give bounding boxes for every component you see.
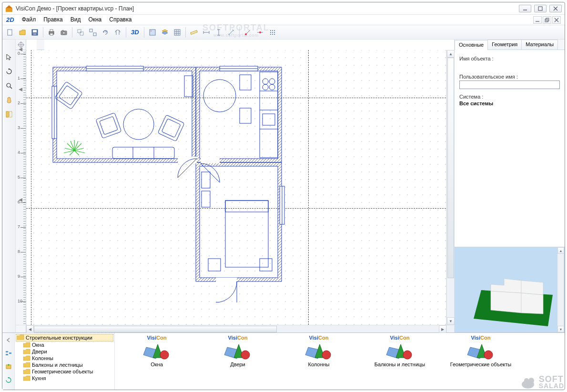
svg-rect-125 [260,259,272,271]
catalog-item[interactable]: VisiConБалконы и лестницы [362,335,438,388]
catalog-item-label: Балконы и лестницы [375,362,425,367]
svg-rect-21 [62,30,64,31]
tab-materials[interactable]: Материалы [521,40,558,50]
titlebar: VisiCon Демо - [Проект квартиры.vcp - Пл… [2,2,565,15]
measure-button[interactable] [188,27,200,38]
tree-item[interactable]: Окна [16,342,113,348]
view-layers-button[interactable] [159,27,171,38]
mirror-tool[interactable] [4,109,14,120]
svg-marker-130 [521,281,543,295]
catalog-item-label: Колонны [308,362,330,367]
ruler-v-value: 1 [18,76,20,80]
canvas-scrollbar-h[interactable]: ◀ ▶ [26,325,446,332]
menu-edit[interactable]: Правка [40,15,67,25]
lib-refresh-button[interactable] [3,375,14,385]
3d-mode-button[interactable]: 3D [129,27,142,38]
scroll-right-button[interactable]: ▶ [439,325,446,333]
folder-icon [23,375,30,381]
open-file-button[interactable] [17,27,28,38]
ruler-v-value: 5 [18,175,20,180]
flip-button[interactable] [112,27,123,38]
snap-mid-button[interactable] [254,27,266,38]
snap-grid-button[interactable] [267,27,278,38]
value-object-name [459,62,560,69]
lib-add-button[interactable] [3,362,14,372]
snap-endpoint-button[interactable] [242,27,253,38]
plan-canvas[interactable] [26,50,446,325]
svg-point-140 [160,351,169,359]
svg-point-117 [263,84,268,90]
svg-rect-120 [202,172,210,188]
svg-point-62 [7,83,10,87]
mdi-close-button[interactable] [552,16,561,24]
label-object-name: Имя объекта : [459,56,560,61]
lib-back-button[interactable] [3,335,14,345]
zoom-tool[interactable] [4,80,14,91]
tree-item[interactable]: Колонны [16,355,113,362]
preview-scrollbar-v[interactable]: ▲ ▼ [557,247,564,332]
svg-rect-73 [201,157,220,163]
camera-button[interactable] [58,27,70,38]
ungroup-button[interactable] [87,27,99,38]
menu-windows[interactable]: Окна [84,15,105,25]
menu-file[interactable]: Файл [18,15,40,25]
user-name-field[interactable] [459,80,560,89]
tree-item[interactable]: Балконы и лестницы [16,362,113,368]
rotate-tool[interactable] [4,66,14,77]
catalog-shapes-icon [142,341,171,361]
dimension-v-button[interactable] [213,27,224,38]
properties-tabs: Основные Геометрия Материалы [455,40,565,50]
scroll-down-button[interactable]: ▼ [447,317,455,325]
library-catalog[interactable]: VisiConОкнаVisiConДвериVisiConКолонныVis… [115,333,565,390]
pan-tool[interactable] [4,95,14,105]
catalog-item[interactable]: VisiConКолонны [281,335,357,388]
grid-toggle-button[interactable] [172,27,183,38]
new-file-button[interactable] [4,27,16,38]
scroll-left-button[interactable]: ◀ [26,325,34,333]
view-top-button[interactable] [147,27,158,38]
scroll-up-button[interactable]: ▲ [447,50,455,58]
pointer-tool[interactable] [4,52,14,62]
tree-item[interactable]: Двери [16,348,113,355]
catalog-shapes-icon [223,341,252,361]
catalog-item[interactable]: VisiConДвери [200,335,276,388]
svg-point-53 [274,30,275,31]
preview-3d[interactable]: ▲ ▼ [455,247,565,332]
svg-marker-128 [521,293,543,314]
svg-rect-32 [174,30,180,35]
catalog-item[interactable]: VisiConГеометрические объекты [443,335,519,388]
svg-rect-89 [100,116,118,134]
tree-item[interactable]: Кухня [16,375,113,382]
svg-rect-74 [216,278,237,284]
rotate-90-button[interactable]: 90 [100,27,111,38]
tab-geometry[interactable]: Геометрия [487,40,522,50]
catalog-item[interactable]: VisiConОкна [119,335,195,388]
print-button[interactable] [46,27,57,38]
ruler-v-handle-mid1[interactable] [16,87,26,92]
svg-rect-8 [546,18,549,21]
group-button[interactable] [75,27,86,38]
menu-view[interactable]: Вид [67,15,85,25]
window-close-button[interactable] [549,5,562,12]
ruler-vertical[interactable]: 012345678910 [16,50,26,325]
mode-2d-indicator[interactable]: 2D [4,15,18,25]
guide-line-v1[interactable] [31,50,31,325]
lib-tree-button[interactable] [3,348,14,359]
svg-rect-121 [202,191,210,207]
tab-main[interactable]: Основные [455,40,488,50]
menu-help[interactable]: Справка [105,15,135,25]
svg-line-44 [229,30,233,35]
tree-root[interactable]: Строительные конструкции [16,334,113,342]
canvas-scrollbar-v[interactable]: ▲ ▼ [446,50,454,325]
dimension-free-button[interactable] [225,27,237,38]
svg-line-107 [71,141,74,151]
mdi-minimize-button[interactable] [533,16,542,24]
mdi-restore-button[interactable] [543,16,551,24]
dimension-h-button[interactable] [201,27,212,38]
save-button[interactable] [29,27,40,38]
window-minimize-button[interactable] [519,5,531,12]
window-maximize-button[interactable] [534,5,547,12]
tree-item[interactable]: Геометрические объекты [16,368,113,375]
svg-point-149 [403,351,412,359]
library-tree[interactable]: Строительные конструкции ОкнаДвериКолонн… [15,333,115,390]
